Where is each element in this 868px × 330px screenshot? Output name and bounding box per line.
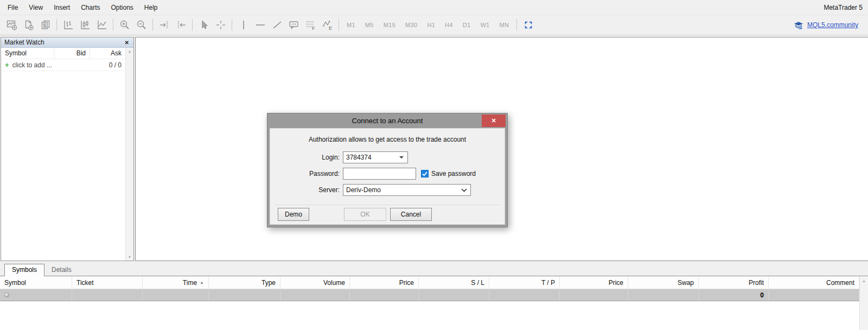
auto-scroll-button[interactable] (156, 17, 173, 33)
market-watch-header: Symbol Bid Ask (1, 48, 125, 59)
text-label-icon (288, 19, 300, 31)
text-label-button[interactable] (285, 17, 302, 33)
column-swap[interactable]: Swap (628, 276, 699, 289)
timeframe-mn-button[interactable]: MN (495, 22, 514, 28)
password-label: Password: (270, 170, 343, 177)
chart-shift-button[interactable] (173, 17, 189, 33)
market-watch-close-icon[interactable]: ✕ (124, 40, 130, 46)
profiles-icon: $ (40, 19, 52, 31)
column-symbol[interactable]: Symbol (0, 276, 72, 289)
bar-chart-button[interactable] (60, 17, 76, 33)
dialog-close-button[interactable]: ✕ (482, 115, 506, 127)
trendline-button[interactable] (269, 17, 285, 33)
password-input[interactable] (343, 168, 416, 180)
svg-text:E: E (329, 26, 332, 31)
column-sl[interactable]: S / L (419, 276, 489, 289)
column-time-label: Time (183, 279, 197, 287)
zoom-out-button[interactable] (133, 17, 150, 33)
column-symbol[interactable]: Symbol (1, 48, 54, 59)
toolbar: $ (0, 15, 868, 35)
menu-file[interactable]: File (2, 0, 23, 15)
column-tp[interactable]: T / P (489, 276, 560, 289)
column-volume[interactable]: Volume (280, 276, 350, 289)
vertical-line-button[interactable] (235, 17, 252, 33)
timeframe-m30-button[interactable]: M30 (400, 22, 422, 28)
demo-button[interactable]: Demo (278, 208, 309, 221)
menu-help[interactable]: Help (139, 0, 163, 15)
toolbox-table-header: Symbol Ticket Time ▲ Type Volume Price S… (0, 276, 859, 289)
server-select[interactable]: Deriv-Demo (343, 184, 471, 196)
add-symbol-label: click to add ... (12, 61, 52, 69)
login-value: 3784374 (346, 154, 372, 161)
menu-insert[interactable]: Insert (48, 0, 75, 15)
elliott-tools-icon: E (322, 19, 334, 31)
column-price-current[interactable]: Price (560, 276, 628, 289)
column-type[interactable]: Type (209, 276, 280, 289)
balance-cell-symbol (0, 289, 72, 301)
timeframe-m5-button[interactable]: M5 (360, 22, 379, 28)
line-chart-button[interactable] (93, 17, 110, 33)
elliott-tools-button[interactable]: E (319, 17, 336, 33)
menu-options[interactable]: Options (106, 0, 139, 15)
save-password-checkbox[interactable] (421, 170, 429, 177)
menu-charts[interactable]: Charts (75, 0, 105, 15)
timeframe-m15-button[interactable]: M15 (379, 22, 400, 28)
fullscreen-icon (523, 20, 534, 30)
scroll-up-icon[interactable]: ▲ (862, 279, 866, 283)
timeframe-d1-button[interactable]: D1 (458, 22, 476, 28)
candlestick-chart-button[interactable] (76, 17, 93, 33)
timeframe-h4-button[interactable]: H4 (440, 22, 458, 28)
menu-view[interactable]: View (23, 0, 48, 15)
crosshair-button[interactable] (212, 17, 229, 33)
toolbar-separator (152, 19, 153, 31)
scroll-up-icon[interactable]: ▲ (128, 49, 132, 53)
ok-button[interactable]: OK (344, 208, 386, 221)
fullscreen-button[interactable] (520, 17, 537, 33)
toolbar-separator (516, 19, 517, 31)
dialog-separator (275, 205, 500, 205)
mql5-community-icon (793, 20, 804, 30)
cursor-icon (198, 19, 210, 31)
tab-symbols[interactable]: Symbols (4, 264, 44, 276)
column-comment[interactable]: Comment (769, 276, 859, 289)
save-password-label[interactable]: Save password (431, 170, 476, 177)
column-price-open[interactable]: Price (350, 276, 419, 289)
zoom-in-button[interactable] (116, 17, 133, 33)
new-chart-button[interactable] (3, 17, 20, 33)
profit-value: 0 (760, 291, 764, 299)
column-time[interactable]: Time ▲ (143, 276, 209, 289)
scroll-down-icon[interactable]: ▼ (128, 255, 132, 259)
mql5-community-link[interactable]: MQL5.community (807, 21, 858, 29)
market-watch-titlebar: Market Watch ✕ (1, 37, 133, 48)
toolbox-tabs: Symbols Details (0, 261, 868, 276)
server-label: Server: (270, 186, 343, 194)
horizontal-line-button[interactable] (252, 17, 269, 33)
fibonacci-button[interactable]: F (302, 17, 319, 33)
horizontal-line-icon (254, 19, 266, 31)
connect-account-dialog: Connect to an Account ✕ Authorization al… (267, 113, 508, 227)
column-profit[interactable]: Profit (699, 276, 769, 289)
market-watch-scrollbar[interactable]: ▲ ▼ (125, 48, 133, 261)
login-combobox[interactable]: 3784374 (343, 151, 408, 163)
balance-row[interactable]: 0 (0, 289, 859, 301)
toolbar-separator (339, 19, 339, 31)
column-ask[interactable]: Ask (90, 48, 125, 59)
dropdown-arrow-icon[interactable] (399, 156, 404, 158)
toolbox-scrollbar[interactable]: ▲ (859, 277, 868, 330)
new-order-button[interactable] (20, 17, 37, 33)
column-bid[interactable]: Bid (54, 48, 90, 59)
column-ticket[interactable]: Ticket (72, 276, 143, 289)
add-symbol-plus-icon: + (5, 61, 9, 69)
toolbar-separator (113, 19, 113, 31)
cursor-button[interactable] (195, 17, 212, 33)
tab-details[interactable]: Details (44, 264, 79, 276)
timeframe-h1-button[interactable]: H1 (422, 22, 440, 28)
timeframe-w1-button[interactable]: W1 (475, 22, 494, 28)
new-chart-icon (6, 19, 18, 31)
cancel-button[interactable]: Cancel (390, 208, 432, 221)
toolbar-separator (192, 19, 193, 31)
profiles-button[interactable]: $ (37, 17, 54, 33)
community-link-group: MQL5.community (793, 20, 865, 30)
timeframe-m1-button[interactable]: M1 (342, 22, 360, 28)
click-to-add-row[interactable]: + click to add ... 0 / 0 (1, 59, 125, 71)
